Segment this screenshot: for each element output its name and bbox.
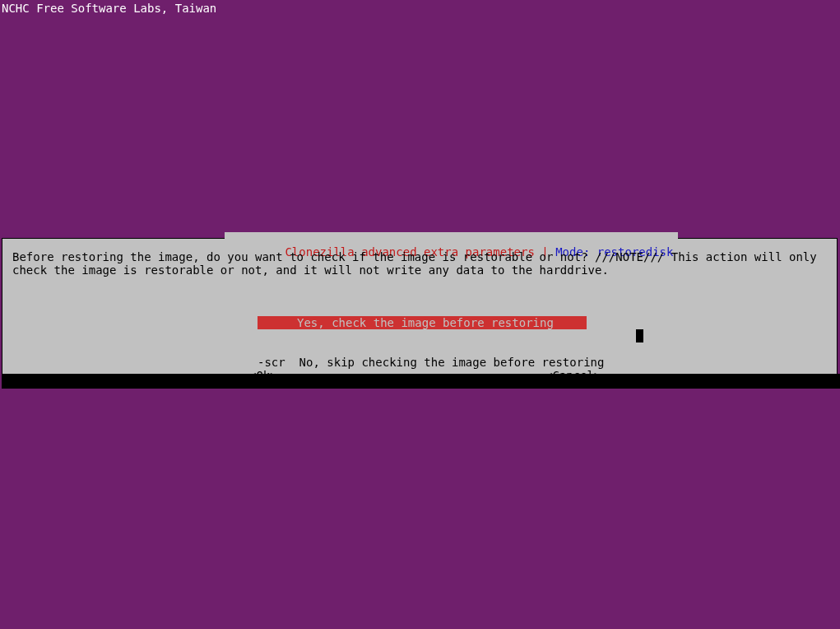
dialog-box: Clonezilla advanced extra parameters | M… <box>2 238 838 375</box>
terminal-screen: NCHC Free Software Labs, Taiwan Clonezil… <box>0 0 840 629</box>
option-label: No, skip checking the image before resto… <box>299 356 605 369</box>
header-org-label: NCHC Free Software Labs, Taiwan <box>2 2 216 15</box>
option-yes-check-image[interactable]: Yes, check the image before restoring <box>258 316 604 329</box>
dialog-container: Clonezilla advanced extra parameters | M… <box>2 238 838 375</box>
option-spacer <box>285 356 299 369</box>
option-label: Yes, check the image before restoring <box>258 316 587 329</box>
dialog-message: Before restoring the image, do you want … <box>12 250 825 277</box>
console-lower-band <box>2 374 840 389</box>
text-cursor <box>636 329 643 342</box>
option-flag: -scr <box>258 356 285 369</box>
option-no-skip-check[interactable]: -scr No, skip checking the image before … <box>258 356 604 369</box>
